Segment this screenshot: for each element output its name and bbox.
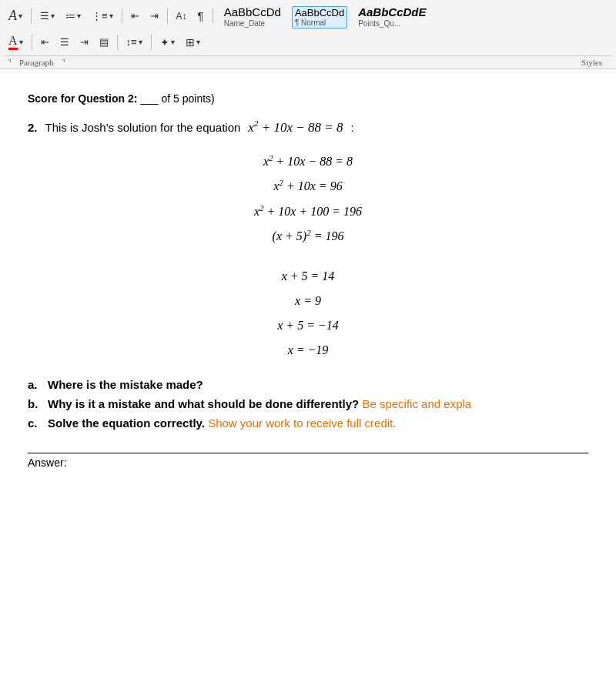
answer-line: Answer: xyxy=(28,453,588,469)
subq-b-bold: Why is it a mistake and what should be d… xyxy=(48,397,359,410)
borders-caret: ▾ xyxy=(196,38,200,46)
style-normal-sample: AaBbCcDd xyxy=(295,8,344,18)
line-spacing-icon: ↕≡ xyxy=(126,36,137,48)
toolbar-divider-1 xyxy=(31,8,32,24)
solution-steps-group1: x2 + 10x − 88 = 8 x2 + 10x = 96 x2 + 10x… xyxy=(28,149,588,249)
align-left-button[interactable]: ⇤ xyxy=(37,34,53,50)
step-7: x + 5 = −14 xyxy=(28,313,588,338)
bullets-icon: ☰ xyxy=(40,10,49,22)
subq-c-label: c. xyxy=(28,416,43,430)
solution-steps-group2: x + 5 = 14 x = 9 x + 5 = −14 x = −19 xyxy=(28,264,588,363)
pilcrow-icon: ¶ xyxy=(198,9,204,22)
step-6: x = 9 xyxy=(28,289,588,313)
font-color-button[interactable]: A ▾ xyxy=(5,32,27,52)
step-3: x2 + 10x + 100 = 196 xyxy=(28,199,588,224)
style-name-date-sample: AaBbCcDd xyxy=(224,6,281,19)
answer-label: Answer: xyxy=(28,457,67,469)
decrease-indent-button[interactable]: ⇤ xyxy=(127,8,143,24)
toolbar-divider-4 xyxy=(213,8,213,24)
multilevel-caret: ▾ xyxy=(109,12,113,20)
shading-caret: ▾ xyxy=(171,38,175,46)
score-suffix: of 5 points) xyxy=(162,92,215,105)
subq-c-content: Solve the equation correctly. Show your … xyxy=(48,416,396,430)
expand-icon-left: ⌝ xyxy=(8,59,12,67)
subq-b-content: Why is it a mistake and what should be d… xyxy=(48,397,471,410)
score-blank: ___ xyxy=(140,92,158,105)
align-right-button[interactable]: ⇥ xyxy=(76,34,92,50)
numbering-button[interactable]: ≔▾ xyxy=(62,8,85,24)
justify-icon: ▤ xyxy=(99,36,109,48)
subquestion-a: a. Where is the mistake made? xyxy=(28,378,588,391)
question-equation: x2 + 10x − 88 = 8 xyxy=(248,119,343,135)
line-spacing-button[interactable]: ↕≡ ▾ xyxy=(122,34,146,50)
step-8: x = −19 xyxy=(28,338,588,363)
line-spacing-caret: ▾ xyxy=(139,38,142,46)
score-label: Score for Question 2: xyxy=(28,92,137,105)
multilevel-icon: ⋮≡ xyxy=(92,10,108,22)
shading-button[interactable]: ✦ ▾ xyxy=(156,34,179,51)
bullets-caret: ▾ xyxy=(51,12,55,20)
toolbar: A ▾ ☰▾ ≔▾ ⋮≡▾ ⇤ ⇥ A↕ ¶ xyxy=(0,0,616,69)
style-points[interactable]: AaBbCcDdE Points_Qu... xyxy=(358,6,426,28)
multilevel-button[interactable]: ⋮≡▾ xyxy=(88,8,117,24)
font-icon-button[interactable]: A ▾ xyxy=(5,5,26,26)
font-a-icon: A xyxy=(8,8,17,24)
question-colon: : xyxy=(350,121,353,134)
styles-area: AaBbCcDd Name_Date AaBbCcDd ¶ Normal AaB… xyxy=(218,3,433,28)
font-color-icon: A xyxy=(8,34,18,50)
style-name-date-label: Name_Date xyxy=(224,19,265,28)
font-a-caret: ▾ xyxy=(18,12,22,20)
main-content: Score for Question 2: ___ of 5 points) 2… xyxy=(0,69,616,484)
style-normal[interactable]: AaBbCcDd ¶ Normal xyxy=(292,6,347,28)
shading-icon: ✦ xyxy=(160,36,169,48)
pilcrow-button[interactable]: ¶ xyxy=(194,7,208,25)
align-left-icon: ⇤ xyxy=(41,36,49,48)
toolbar-divider-2 xyxy=(122,8,122,24)
styles-label: Styles xyxy=(575,58,611,67)
style-name-date[interactable]: AaBbCcDd Name_Date xyxy=(224,6,281,28)
subq-b-label: b. xyxy=(28,397,43,410)
toolbar-divider-7 xyxy=(151,35,152,50)
toolbar-divider-6 xyxy=(117,35,118,50)
increase-indent-button[interactable]: ⇥ xyxy=(146,8,162,24)
align-right-icon: ⇥ xyxy=(80,36,89,48)
bullets-button[interactable]: ☰▾ xyxy=(36,8,59,24)
question-intro: This is Josh's solution for the equation xyxy=(45,121,241,134)
subquestions: a. Where is the mistake made? b. Why is … xyxy=(28,378,588,430)
score-line: Score for Question 2: ___ of 5 points) xyxy=(28,92,588,105)
expand-icon-right: ⌝ xyxy=(62,59,65,67)
align-center-icon: ☰ xyxy=(60,36,69,48)
step-5: x + 5 = 14 xyxy=(28,264,588,289)
subq-a-text: Where is the mistake made? xyxy=(48,378,203,391)
decrease-indent-icon: ⇤ xyxy=(131,10,139,22)
sort-button[interactable]: A↕ xyxy=(172,8,191,24)
style-normal-label: ¶ Normal xyxy=(295,18,326,27)
step-2: x2 + 10x = 96 xyxy=(28,174,588,199)
borders-icon: ⊞ xyxy=(186,36,195,48)
align-center-button[interactable]: ☰ xyxy=(56,34,73,50)
style-points-sample: AaBbCcDdE xyxy=(358,6,426,19)
subquestion-c: c. Solve the equation correctly. Show yo… xyxy=(28,416,588,430)
subquestion-b: b. Why is it a mistake and what should b… xyxy=(28,397,588,410)
toolbar-row1: A ▾ ☰▾ ≔▾ ⋮≡▾ ⇤ ⇥ A↕ ¶ xyxy=(5,3,611,32)
numbering-icon: ≔ xyxy=(65,10,75,22)
style-points-label: Points_Qu... xyxy=(358,19,400,28)
borders-button[interactable]: ⊞ ▾ xyxy=(182,34,204,51)
step-4: (x + 5)2 = 196 xyxy=(28,224,588,249)
numbering-caret: ▾ xyxy=(77,12,81,20)
toolbar-divider-3 xyxy=(167,8,168,24)
paragraph-section-wrapper: ⌝ Paragraph ⌝ xyxy=(5,58,69,67)
toolbar-divider-5 xyxy=(32,35,32,50)
step-1: x2 + 10x − 88 = 8 xyxy=(28,149,588,174)
toolbar-section-labels: ⌝ Paragraph ⌝ Styles xyxy=(5,55,611,69)
subq-a-label: a. xyxy=(28,378,43,391)
increase-indent-icon: ⇥ xyxy=(150,10,159,22)
paragraph-label: Paragraph xyxy=(13,58,60,67)
toolbar-row2: A ▾ ⇤ ☰ ⇥ ▤ ↕≡ ▾ ✦ ▾ xyxy=(5,32,611,55)
justify-button[interactable]: ▤ xyxy=(95,34,112,50)
subq-b-colored: Be specific and expla xyxy=(362,397,471,410)
sort-icon: A↕ xyxy=(176,11,187,22)
question-header: 2. This is Josh's solution for the equat… xyxy=(28,119,588,135)
question-number: 2. xyxy=(28,121,38,134)
font-color-caret: ▾ xyxy=(19,38,23,46)
